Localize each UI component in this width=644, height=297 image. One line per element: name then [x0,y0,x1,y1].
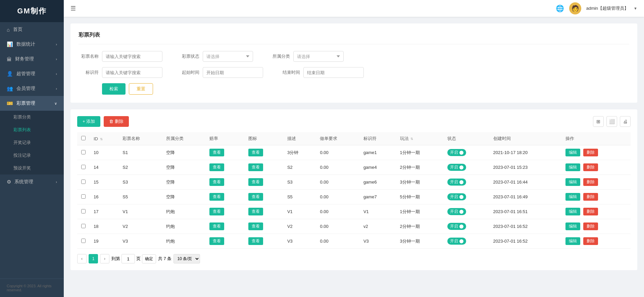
view-icon-button[interactable]: 查看 [248,193,263,201]
row-status: 开启 [443,145,489,160]
delete-row-button[interactable]: 删除 [583,208,598,215]
delete-row-button[interactable]: 删除 [583,149,598,156]
export-button[interactable]: ⬜ [606,116,617,127]
sidebar-item-admin[interactable]: 👤 超管管理 › [0,66,64,81]
row-checkbox[interactable] [81,194,86,199]
header-username[interactable]: admin【超级管理员】 [586,5,629,11]
row-id: 10 [90,145,118,160]
lottery-status-select[interactable]: 请选择 [203,51,253,62]
chevron-right-icon-5: › [56,180,57,184]
sidebar-item-lottery[interactable]: 🎫 彩票管理 ∨ [0,96,64,111]
sort-icon-id[interactable]: ⇅ [100,137,103,141]
row-checkbox[interactable] [81,239,86,243]
page-goto-input[interactable] [121,254,135,263]
page-1-button[interactable]: 1 [89,254,98,263]
sidebar-item-draw-records[interactable]: 开奖记录 [0,136,64,149]
sidebar-item-lottery-label: 彩票管理 [16,100,35,106]
sidebar-item-finance[interactable]: 🏛 财务管理 › [0,52,64,66]
view-odds-button[interactable]: 查看 [209,222,224,230]
status-badge: 开启 [447,223,466,230]
batch-delete-button[interactable]: 🗑 删除 [104,116,129,127]
sidebar-item-lottery-list[interactable]: 彩票列表 [0,123,64,136]
sort-icon-gameplay[interactable]: ⇅ [410,137,413,141]
view-icon-button[interactable]: 查看 [248,237,263,245]
sidebar-item-lottery-list-label: 彩票列表 [13,127,31,133]
header-dropdown-icon[interactable]: ▼ [634,6,637,10]
category-select[interactable]: 请选择 [293,51,344,62]
view-icon-button[interactable]: 查看 [248,178,263,186]
start-time-label: 起始时间 [179,69,199,76]
view-odds-button[interactable]: 查看 [209,163,224,171]
row-icon: 查看 [244,204,283,219]
row-created: 2021-10-17 18:20 [489,145,562,160]
add-button[interactable]: + 添加 [77,116,100,127]
avatar-icon: 🧑 [572,5,579,12]
delete-row-button[interactable]: 删除 [583,178,598,186]
table-body: 10 S1 空降 查看 查看 3分钟 0.00 game1 1分钟一期 开启 2… [77,145,631,249]
search-button[interactable]: 检索 [102,83,126,95]
next-page-button[interactable]: › [100,254,109,263]
print-button[interactable]: 🖨 [620,116,631,127]
delete-row-button[interactable]: 删除 [583,222,598,230]
row-requirement: 0.00 [316,145,359,160]
row-checkbox[interactable] [81,224,86,228]
row-checkbox-cell [77,234,90,249]
sidebar-item-member[interactable]: 👥 会员管理 › [0,81,64,96]
sidebar-item-lottery-category[interactable]: 彩票分类 [0,111,64,123]
row-checkbox[interactable] [81,209,86,213]
sidebar-item-bet-records[interactable]: 投注记录 [0,149,64,162]
edit-button[interactable]: 编辑 [565,149,580,156]
view-icon-button[interactable]: 查看 [248,149,263,156]
view-icon-button[interactable]: 查看 [248,208,263,215]
view-odds-button[interactable]: 查看 [209,149,224,156]
view-icon-button[interactable]: 查看 [248,222,263,230]
sidebar-item-home[interactable]: ⌂ 首页 [0,22,64,37]
delete-row-button[interactable]: 删除 [583,237,598,245]
sidebar-item-data-stats[interactable]: 📊 数据统计 › [0,37,64,52]
edit-button[interactable]: 编辑 [565,178,580,186]
table-toolbar-right: ⊞ ⬜ 🖨 [593,116,631,127]
view-odds-button[interactable]: 查看 [209,208,224,215]
end-time-input[interactable] [303,67,364,78]
view-odds-button[interactable]: 查看 [209,193,224,201]
copyright-text: Copyright © 2023. All rights reserved. [7,284,51,292]
avatar[interactable]: 🧑 [569,2,581,14]
edit-button[interactable]: 编辑 [565,208,580,215]
col-created: 创建时间 [489,132,562,145]
delete-row-button[interactable]: 删除 [583,163,598,171]
delete-row-button[interactable]: 删除 [583,193,598,201]
row-created: 2023-07-01 16:52 [489,219,562,234]
start-time-input[interactable] [203,67,263,78]
page-confirm-button[interactable]: 确定 [142,254,156,263]
edit-button[interactable]: 编辑 [565,193,580,201]
select-all-checkbox[interactable] [81,136,86,140]
row-checkbox[interactable] [81,180,86,184]
row-id: 14 [90,160,118,175]
identifier-input[interactable] [102,67,162,78]
view-odds-button[interactable]: 查看 [209,178,224,186]
table-toolbar: + 添加 🗑 删除 ⊞ ⬜ 🖨 [77,116,631,127]
sidebar-item-member-label: 会员管理 [16,86,35,92]
sidebar-item-system[interactable]: ⚙ 系统管理 › [0,175,64,189]
col-action: 操作 [561,132,631,145]
reset-button[interactable]: 重置 [129,83,153,95]
row-created: 2023-07-01 16:51 [489,204,562,219]
edit-button[interactable]: 编辑 [565,163,580,171]
edit-button[interactable]: 编辑 [565,222,580,230]
row-actions: 编辑 删除 [561,234,631,249]
column-settings-button[interactable]: ⊞ [593,116,604,127]
page-goto: 到第 页 确定 [111,254,156,263]
row-status: 开启 [443,219,489,234]
page-size-select[interactable]: 10 条/页 [174,254,200,263]
sidebar-item-preset-draw[interactable]: 预设开奖 [0,162,64,175]
edit-button[interactable]: 编辑 [565,237,580,245]
view-icon-button[interactable]: 查看 [248,163,263,171]
row-checkbox[interactable] [81,165,86,169]
column-icon: ⊞ [596,119,600,124]
globe-icon[interactable]: 🌐 [556,4,564,12]
lottery-name-input[interactable] [102,51,162,62]
prev-page-button[interactable]: ‹ [77,254,87,263]
view-odds-button[interactable]: 查看 [209,237,224,245]
row-checkbox[interactable] [81,150,86,154]
menu-toggle-icon[interactable]: ☰ [70,5,76,12]
